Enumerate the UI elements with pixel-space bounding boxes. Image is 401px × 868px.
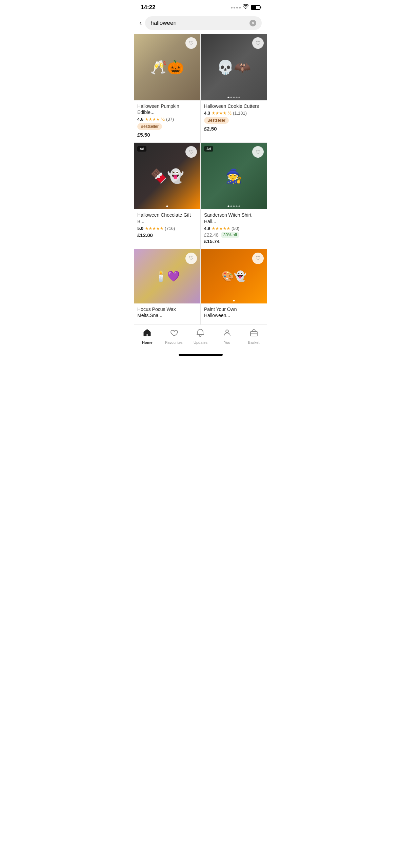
nav-item-favourites[interactable]: Favourites bbox=[164, 328, 184, 344]
wishlist-button[interactable]: ♡ bbox=[185, 253, 197, 264]
image-dots bbox=[233, 300, 235, 301]
status-time: 14:22 bbox=[141, 4, 155, 11]
status-bar: 14:22 bbox=[134, 0, 267, 14]
updates-icon bbox=[196, 328, 205, 339]
rating-row: 5.0 ★★★★★ (716) bbox=[137, 226, 197, 231]
stars: ★★★★★ bbox=[212, 226, 230, 231]
image-dots bbox=[228, 205, 240, 207]
wishlist-button[interactable]: ♡ bbox=[185, 37, 197, 49]
ad-badge: Ad bbox=[137, 146, 146, 152]
bestseller-badge: Bestseller bbox=[204, 117, 229, 124]
nav-item-you[interactable]: You bbox=[217, 328, 237, 344]
home-bar bbox=[179, 354, 223, 356]
product-cell[interactable]: 🍫👻 Ad ♡ Halloween Chocolate Gift B... 5.… bbox=[134, 143, 200, 249]
product-title: Halloween Cookie Cutters bbox=[204, 103, 264, 109]
product-cell[interactable]: 💀🦇 ♡ Halloween Cookie Cutters 4.3 ★★★★½ … bbox=[201, 34, 267, 142]
signal-icon bbox=[231, 7, 241, 8]
rating-number: 4.3 bbox=[204, 111, 210, 116]
nav-label-basket: Basket bbox=[248, 340, 260, 344]
clear-search-button[interactable]: ✕ bbox=[249, 20, 256, 26]
image-dots bbox=[166, 205, 168, 207]
image-dots bbox=[228, 97, 240, 98]
product-image: 💀🦇 ♡ bbox=[201, 34, 267, 100]
stars: ★★★★ bbox=[212, 111, 226, 116]
product-title: Hocus Pocus Wax Melts.Sna... bbox=[137, 306, 197, 318]
product-info: Hocus Pocus Wax Melts.Sna... bbox=[134, 303, 200, 324]
product-cell[interactable]: 🕯️💜 ♡ Hocus Pocus Wax Melts.Sna... bbox=[134, 249, 200, 324]
product-cell[interactable]: 🥂🎃 ♡ Halloween Pumpkin Edible... 4.6 ★★★… bbox=[134, 34, 200, 142]
nav-label-you: You bbox=[224, 340, 230, 344]
wifi-icon bbox=[243, 4, 249, 11]
rating-number: 4.6 bbox=[137, 117, 143, 122]
stars: ★★★★★ bbox=[145, 226, 163, 231]
product-cell[interactable]: 🎨👻 ♡ Paint Your Own Halloween... bbox=[201, 249, 267, 324]
wishlist-button[interactable]: ♡ bbox=[252, 253, 264, 264]
product-image: 🎨👻 ♡ bbox=[201, 249, 267, 303]
rating-row: 4.3 ★★★★½ (1,181) bbox=[204, 111, 264, 116]
favourites-icon bbox=[169, 328, 178, 339]
review-count: (37) bbox=[166, 117, 174, 122]
status-icons bbox=[231, 4, 260, 11]
search-bar: ‹ halloween ✕ bbox=[134, 14, 267, 34]
bottom-nav: Home Favourites Updates You bbox=[134, 324, 267, 351]
nav-label-updates: Updates bbox=[194, 340, 207, 344]
product-title: Halloween Pumpkin Edible... bbox=[137, 103, 197, 115]
svg-rect-1 bbox=[250, 332, 257, 336]
original-price: £22.48 bbox=[204, 232, 219, 238]
discount-badge: 30% off bbox=[221, 232, 239, 238]
nav-label-favourites: Favourites bbox=[165, 340, 182, 344]
home-indicator bbox=[134, 351, 267, 358]
you-icon bbox=[223, 328, 232, 339]
bestseller-badge: Bestseller bbox=[137, 123, 162, 130]
product-info: Halloween Cookie Cutters 4.3 ★★★★½ (1,18… bbox=[201, 100, 267, 136]
nav-item-updates[interactable]: Updates bbox=[190, 328, 210, 344]
home-icon bbox=[143, 328, 152, 339]
product-title: Sanderson Witch Shirt, Hall... bbox=[204, 212, 264, 224]
product-grid: 🥂🎃 ♡ Halloween Pumpkin Edible... 4.6 ★★★… bbox=[134, 34, 267, 324]
product-info: Sanderson Witch Shirt, Hall... 4.9 ★★★★★… bbox=[201, 209, 267, 249]
ad-badge: Ad bbox=[204, 146, 213, 152]
rating-row: 4.9 ★★★★★ (50) bbox=[204, 226, 264, 231]
rating-row: 4.6 ★★★★½ (37) bbox=[137, 117, 197, 122]
stars: ★★★★ bbox=[145, 117, 160, 122]
product-image: 🕯️💜 ♡ bbox=[134, 249, 200, 303]
back-button[interactable]: ‹ bbox=[139, 19, 142, 27]
review-count: (50) bbox=[232, 226, 239, 231]
price: £15.74 bbox=[204, 238, 264, 244]
product-image: 🥂🎃 ♡ bbox=[134, 34, 200, 100]
battery-icon bbox=[251, 5, 260, 10]
product-info: Halloween Chocolate Gift B... 5.0 ★★★★★ … bbox=[134, 209, 200, 242]
nav-item-home[interactable]: Home bbox=[137, 328, 157, 344]
product-cell[interactable]: 🧙 Ad ♡ Sanderson Witch Shirt, Hall... 4.… bbox=[201, 143, 267, 249]
price: £5.50 bbox=[137, 132, 197, 138]
basket-icon bbox=[249, 328, 258, 339]
product-info: Paint Your Own Halloween... bbox=[201, 303, 267, 324]
price: £12.00 bbox=[137, 232, 197, 238]
nav-item-basket[interactable]: Basket bbox=[244, 328, 264, 344]
product-title: Halloween Chocolate Gift B... bbox=[137, 212, 197, 224]
search-query: halloween bbox=[151, 20, 247, 26]
wishlist-button[interactable]: ♡ bbox=[252, 37, 264, 49]
rating-number: 5.0 bbox=[137, 226, 143, 231]
product-title: Paint Your Own Halloween... bbox=[204, 306, 264, 318]
product-image: 🍫👻 Ad ♡ bbox=[134, 143, 200, 209]
product-image: 🧙 Ad ♡ bbox=[201, 143, 267, 209]
rating-number: 4.9 bbox=[204, 226, 210, 231]
search-input-container[interactable]: halloween ✕ bbox=[145, 16, 262, 30]
price-row: £22.48 30% off bbox=[204, 232, 264, 238]
product-info: Halloween Pumpkin Edible... 4.6 ★★★★½ (3… bbox=[134, 100, 200, 142]
price: £2.50 bbox=[204, 126, 264, 132]
review-count: (716) bbox=[165, 226, 175, 231]
svg-point-0 bbox=[226, 330, 228, 333]
nav-label-home: Home bbox=[142, 340, 153, 344]
review-count: (1,181) bbox=[233, 111, 247, 116]
